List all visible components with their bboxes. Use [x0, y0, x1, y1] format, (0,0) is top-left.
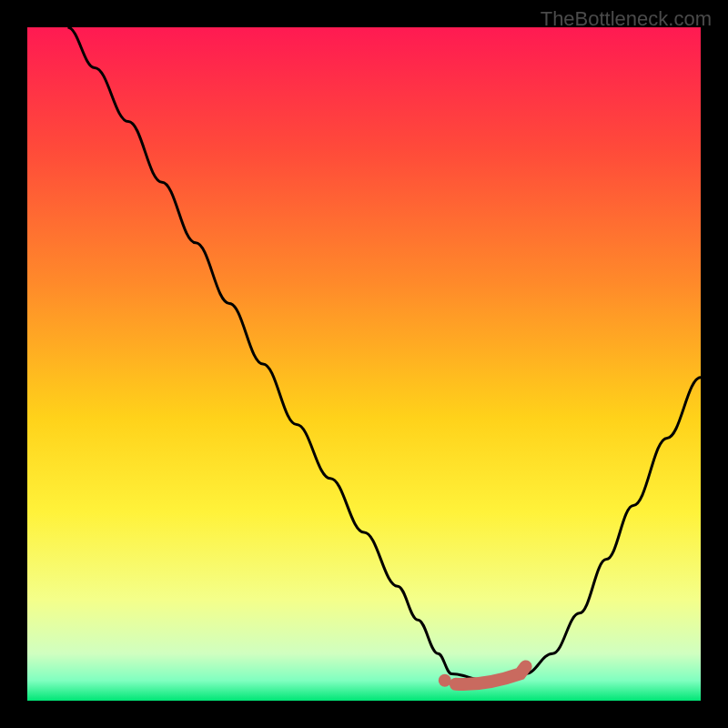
highlight-dot	[439, 674, 451, 687]
watermark-text: TheBottleneck.com	[541, 7, 712, 31]
chart-plot-area	[27, 27, 701, 701]
chart-background	[27, 27, 701, 701]
chart-svg	[27, 27, 701, 701]
